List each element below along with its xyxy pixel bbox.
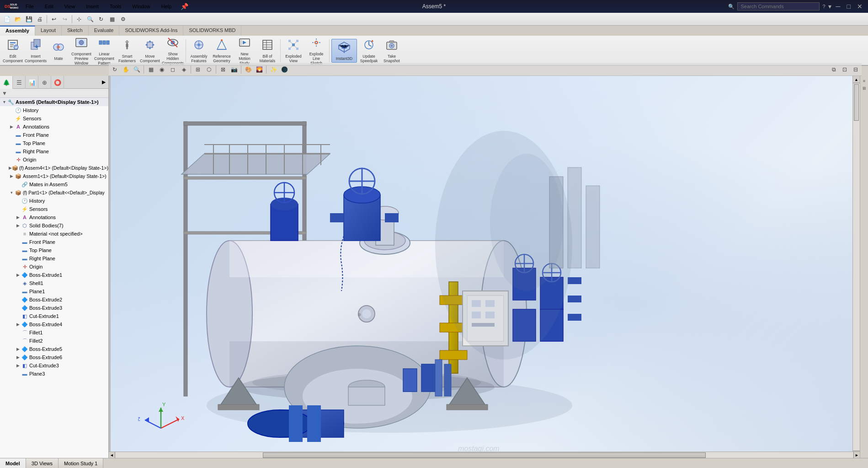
tree-item-part1[interactable]: ▾ 📦 (f) Part1<1> (Default<<Default>_Disp… bbox=[0, 188, 108, 197]
tree-item-mates[interactable]: 🔗 Mates in Assem5 bbox=[0, 180, 108, 188]
rt-tab-1[interactable]: ≡ bbox=[861, 78, 868, 84]
tree-item-shell1[interactable]: ◈ Shell1 bbox=[0, 279, 108, 287]
qa-rotate-button[interactable]: ↻ bbox=[96, 14, 106, 24]
help-arrow-icon[interactable]: ▾ bbox=[828, 3, 831, 10]
exploded-view-button[interactable]: ExplodedView bbox=[282, 40, 304, 62]
vt-isometric-button[interactable]: ⬡ bbox=[204, 65, 214, 75]
move-component-button[interactable]: MoveComponent bbox=[139, 40, 161, 62]
tree-item-plane3[interactable]: ▬ Plane3 bbox=[0, 370, 108, 378]
tree-item-boss-extrude2[interactable]: 🔷 Boss-Extrude2 bbox=[0, 296, 108, 304]
tree-item-fillet1[interactable]: ⌒ Fillet1 bbox=[0, 328, 108, 337]
bill-of-materials-button[interactable]: Bill ofMaterials bbox=[256, 40, 278, 62]
close-button[interactable]: ✕ bbox=[855, 3, 864, 10]
rt-tab-2[interactable]: ⊞ bbox=[861, 85, 868, 91]
tree-item-fillet2[interactable]: ⌒ Fillet2 bbox=[0, 337, 108, 345]
smart-fasteners-button[interactable]: SmartFasteners bbox=[116, 40, 138, 62]
linear-pattern-button[interactable]: LinearComponentPattern bbox=[93, 40, 115, 62]
vt-pan-button[interactable]: ✋ bbox=[121, 65, 131, 75]
menu-tools[interactable]: Tools bbox=[106, 3, 125, 10]
take-snapshot-button[interactable]: TakeSnapshot bbox=[381, 40, 403, 62]
tree-item-boss-extrude4[interactable]: ▶ 🔷 Boss-Extrude4 bbox=[0, 320, 108, 328]
instant3d-button[interactable]: 3D Instant3D bbox=[331, 39, 357, 63]
tree-item-right-plane[interactable]: ▬ Right Plane bbox=[0, 147, 108, 156]
reference-geometry-button[interactable]: ReferenceGeometry bbox=[211, 40, 233, 62]
vt-realview-button[interactable]: ✨ bbox=[268, 65, 278, 75]
qa-new-button[interactable]: 📄 bbox=[2, 14, 12, 24]
panel-tab-feature[interactable]: 🌲 bbox=[0, 76, 13, 89]
vt-camera-button[interactable]: 📷 bbox=[229, 65, 239, 75]
menu-edit[interactable]: Edit bbox=[41, 3, 57, 10]
scroll-right-button[interactable]: ► bbox=[853, 452, 860, 458]
vt-std-views-button[interactable]: ⊞ bbox=[193, 65, 203, 75]
tab-addins[interactable]: SOLIDWORKS Add-Ins bbox=[119, 26, 183, 36]
tab-model[interactable]: Model bbox=[0, 458, 26, 468]
tree-item-front-plane[interactable]: ▬ Front Plane bbox=[0, 131, 108, 139]
vt-zoom-button[interactable]: 🔍 bbox=[132, 65, 142, 75]
vt-hidden-lines-button[interactable]: ◈ bbox=[179, 65, 189, 75]
tab-evaluate[interactable]: Evaluate bbox=[89, 26, 120, 36]
tree-item-part1-front[interactable]: ▬ Front Plane bbox=[0, 238, 108, 246]
tree-item-annotations[interactable]: ▶ A Annotations bbox=[0, 123, 108, 131]
menu-window[interactable]: Window bbox=[129, 3, 154, 10]
feature-tree[interactable]: ▾ 🔧 Assem5 (Default<Display State-1>) 🕐 … bbox=[0, 98, 108, 458]
show-hidden-button[interactable]: ShowHiddenComponents bbox=[162, 40, 184, 62]
viewport[interactable]: ⊕ X Y Z mostaqi.com ▲ ▼ bbox=[111, 76, 860, 458]
tree-item-part1-right[interactable]: ▬ Right Plane bbox=[0, 254, 108, 263]
component-preview-button[interactable]: ComponentPreviewWindow bbox=[70, 40, 92, 62]
vt-appearances-button[interactable]: 🎨 bbox=[243, 65, 253, 75]
qa-print-button[interactable]: 🖨 bbox=[35, 14, 45, 24]
vt-split-button[interactable]: ⧉ bbox=[829, 65, 839, 75]
qa-zoom-button[interactable]: 🔍 bbox=[85, 14, 95, 24]
menu-insert[interactable]: Insert bbox=[82, 3, 102, 10]
tree-item-cut-extrude1[interactable]: ◧ Cut-Extrude1 bbox=[0, 312, 108, 320]
tree-root[interactable]: ▾ 🔧 Assem5 (Default<Display State-1>) bbox=[0, 98, 108, 106]
tree-item-boss-extrude6[interactable]: ▶ 🔷 Boss-Extrude6 bbox=[0, 353, 108, 361]
tree-item-boss-extrude3[interactable]: 🔷 Boss-Extrude3 bbox=[0, 304, 108, 312]
tree-item-part1-sensors[interactable]: ⚡ Sensors bbox=[0, 205, 108, 213]
scroll-up-button[interactable]: ▲ bbox=[853, 76, 860, 83]
tree-item-part1-history[interactable]: 🕐 History bbox=[0, 197, 108, 205]
minimize-button[interactable]: ─ bbox=[834, 3, 842, 10]
scroll-left-button[interactable]: ◄ bbox=[109, 452, 115, 458]
update-speedpak-button[interactable]: UpdateSpeedpak bbox=[358, 40, 380, 62]
tree-item-cut-extrude3[interactable]: ▶ ◧ Cut-Extrude3 bbox=[0, 361, 108, 370]
tree-item-origin[interactable]: ✛ Origin bbox=[0, 156, 108, 164]
vt-restore-button[interactable]: ⊟ bbox=[851, 65, 861, 75]
scroll-thumb[interactable] bbox=[854, 84, 859, 121]
panel-tab-dimxpert[interactable]: ⊕ bbox=[38, 76, 51, 89]
tree-item-sensors[interactable]: ⚡ Sensors bbox=[0, 114, 108, 123]
tree-item-top-plane[interactable]: ▬ Top Plane bbox=[0, 139, 108, 147]
qa-save-button[interactable]: 💾 bbox=[24, 14, 34, 24]
restore-button[interactable]: □ bbox=[845, 3, 852, 10]
vt-shadows-button[interactable]: 🌑 bbox=[279, 65, 289, 75]
tree-item-part1-origin[interactable]: ✛ Origin bbox=[0, 263, 108, 271]
tree-item-history[interactable]: 🕐 History bbox=[0, 106, 108, 114]
vt-shaded-button[interactable]: ◉ bbox=[157, 65, 167, 75]
tree-item-part1-solid-bodies[interactable]: ▶ ⬡ Solid Bodies(7) bbox=[0, 221, 108, 230]
mate-button[interactable]: Mate bbox=[48, 40, 69, 62]
qa-display-button[interactable]: ▦ bbox=[107, 14, 117, 24]
tab-motion-study[interactable]: Motion Study 1 bbox=[59, 458, 103, 468]
tree-item-boss-extrude5[interactable]: ▶ 🔷 Boss-Extrude5 bbox=[0, 345, 108, 353]
assembly-features-button[interactable]: AssemblyFeatures bbox=[188, 40, 210, 62]
tree-item-part1-top[interactable]: ▬ Top Plane bbox=[0, 246, 108, 254]
vt-wireframe-button[interactable]: ◻ bbox=[168, 65, 178, 75]
insert-components-button[interactable]: InsertComponents bbox=[25, 40, 47, 62]
vt-rotate-button[interactable]: ↻ bbox=[110, 65, 120, 75]
panel-tab-config[interactable]: 📊 bbox=[26, 76, 38, 89]
new-motion-study-button[interactable]: NewMotionStudy bbox=[234, 40, 256, 62]
tree-item-assem1[interactable]: ▶ 📦 Assem1<1> (Default<Display State-1>) bbox=[0, 172, 108, 180]
tree-item-plane1[interactable]: ▬ Plane1 bbox=[0, 287, 108, 296]
qa-open-button[interactable]: 📂 bbox=[13, 14, 23, 24]
explode-line-sketch-button[interactable]: ExplodeLineSketch bbox=[305, 40, 327, 62]
search-input[interactable] bbox=[737, 2, 820, 11]
tab-layout[interactable]: Layout bbox=[35, 26, 62, 36]
edit-component-button[interactable]: EditComponent bbox=[2, 40, 24, 62]
menu-file[interactable]: File bbox=[22, 3, 37, 10]
tab-mbd[interactable]: SOLIDWORKS MBD bbox=[183, 26, 241, 36]
tree-item-part1-material[interactable]: ≡ Material <not specified> bbox=[0, 230, 108, 238]
vt-section-view-button[interactable]: ⊠ bbox=[218, 65, 228, 75]
tab-3d-views[interactable]: 3D Views bbox=[26, 458, 59, 468]
qa-select-button[interactable]: ⊹ bbox=[74, 14, 84, 24]
menu-help[interactable]: Help bbox=[158, 3, 176, 10]
